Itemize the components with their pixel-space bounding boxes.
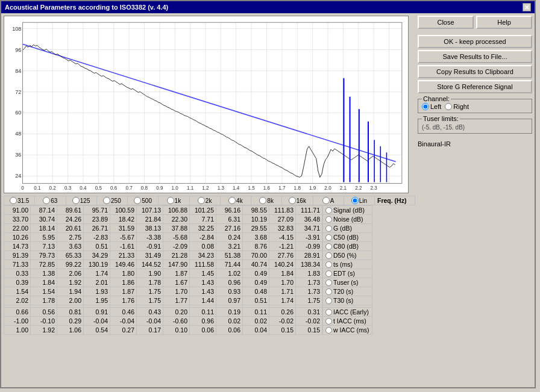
svg-text:48: 48 — [15, 131, 21, 137]
table-cell: 0.54 — [84, 326, 110, 335]
close-button[interactable]: Close — [418, 16, 474, 29]
freq-radio-500[interactable] — [134, 197, 141, 204]
param-radio[interactable] — [325, 318, 332, 325]
table-cell: 34.71 — [296, 224, 322, 233]
param-radio[interactable] — [325, 270, 332, 277]
table-cell: 0.51 — [84, 242, 110, 251]
freq-radio-63[interactable] — [43, 197, 50, 204]
window-close-button[interactable]: ✕ — [523, 3, 531, 11]
chart-area: 108 96 84 72 60 48 36 24 0 0.1 0.2 0.3 0… — [4, 16, 409, 193]
table-cell: 1.77 — [163, 296, 190, 305]
data-section: 31.5 63 125 250 500 — [4, 196, 415, 335]
freq-radio-2k[interactable] — [198, 197, 205, 204]
freq-radio-4k[interactable] — [228, 197, 236, 204]
param-radio[interactable] — [325, 288, 332, 295]
table-cell: 1.70 — [269, 278, 296, 287]
table-cell: 1.75 — [137, 296, 163, 305]
param-label-cell: C50 (dB) — [323, 233, 372, 242]
param-radio[interactable] — [325, 207, 332, 214]
table-cell: 0.33 — [4, 269, 31, 278]
freq-radio-8k[interactable] — [259, 197, 266, 204]
svg-text:0.7: 0.7 — [125, 185, 133, 191]
param-radio[interactable] — [325, 252, 332, 259]
table-cell: 1.92 — [57, 278, 84, 287]
channel-right-text: Right — [453, 103, 469, 110]
table-cell: 0.26 — [269, 308, 296, 317]
table-cell: 71.44 — [216, 260, 243, 269]
table-cell: 0.66 — [4, 308, 31, 317]
ok-keep-button[interactable]: OK - keep processed — [418, 35, 532, 48]
param-radio[interactable] — [325, 327, 332, 334]
table-cell: 0.49 — [243, 269, 269, 278]
freq-hz-header: Freq. (Hz) — [377, 197, 406, 204]
table-cell: 1.73 — [296, 278, 322, 287]
param-label-cell: Signal (dB) — [323, 206, 372, 215]
table-cell: 0.93 — [216, 287, 243, 296]
freq-radio-Lin[interactable] — [351, 197, 359, 204]
param-label-cell: w IACC (ms) — [323, 326, 372, 335]
channel-left-label: Left — [422, 103, 441, 110]
svg-text:2.2: 2.2 — [355, 185, 362, 191]
param-radio[interactable] — [325, 243, 332, 250]
param-radio[interactable] — [325, 225, 332, 232]
svg-text:108: 108 — [12, 26, 21, 32]
svg-text:2.0: 2.0 — [324, 185, 331, 191]
table-cell: 1.87 — [110, 287, 137, 296]
window-title: Acoustical Parameters according to ISO33… — [5, 4, 168, 11]
table-cell: 0.15 — [296, 326, 322, 335]
freq-label-2k: 2k — [206, 198, 212, 204]
table-cell: 32.83 — [269, 224, 296, 233]
table-cell: 0.06 — [216, 326, 243, 335]
table-cell: 33.70 — [4, 215, 31, 224]
table-cell: 0.15 — [269, 326, 296, 335]
svg-text:1.5: 1.5 — [248, 185, 255, 191]
table-cell: 1.45 — [190, 269, 216, 278]
table-cell: 20.61 — [57, 224, 84, 233]
freq-radio-31[interactable] — [10, 197, 17, 204]
table-cell: 28.91 — [296, 251, 322, 260]
channel-right-radio[interactable] — [445, 103, 452, 110]
table-cell: 1.43 — [190, 278, 216, 287]
table-cell: 100.59 — [110, 206, 137, 215]
table-cell: 0.19 — [216, 308, 243, 317]
table-cell: 65.33 — [57, 251, 84, 260]
param-radio[interactable] — [325, 234, 332, 241]
param-radio[interactable] — [325, 261, 332, 268]
chart-svg: 108 96 84 72 60 48 36 24 0 0.1 0.2 0.3 0… — [4, 16, 408, 193]
table-cell: 87.14 — [31, 206, 57, 215]
table-cell: 27.76 — [269, 251, 296, 260]
table-cell: -0.91 — [137, 242, 163, 251]
channel-right-label: Right — [445, 103, 469, 110]
table-cell: 1.75 — [137, 287, 163, 296]
table-cell: -4.15 — [269, 233, 296, 242]
table-cell: 89.61 — [57, 206, 84, 215]
tuser-group: Tuser limits: (-5. dB, -15. dB) — [418, 119, 532, 134]
freq-radio-1k[interactable] — [167, 197, 174, 204]
table-cell: 0.20 — [163, 308, 190, 317]
param-radio[interactable] — [325, 297, 332, 304]
param-label-cell: ts (ms) — [323, 260, 372, 269]
freq-radio-16k[interactable] — [289, 197, 296, 204]
table-cell: 3.21 — [216, 242, 243, 251]
table-cell: 23.89 — [84, 215, 110, 224]
param-radio[interactable] — [325, 216, 332, 223]
param-label-cell: G (dB) — [323, 224, 372, 233]
freq-label-500: 500 — [142, 198, 152, 204]
main-content: 108 96 84 72 60 48 36 24 0 0.1 0.2 0.3 0… — [1, 13, 535, 337]
data-table-area: 91.0087.1489.6195.71100.59107.13106.8810… — [4, 205, 415, 335]
table-cell: 111.71 — [296, 206, 322, 215]
freq-radio-A[interactable] — [322, 197, 330, 204]
channel-radio-row: Left Right — [422, 103, 528, 110]
freq-radio-250[interactable] — [103, 197, 110, 204]
param-radio[interactable] — [325, 279, 332, 286]
table-cell: -1.61 — [110, 242, 137, 251]
freq-radio-125[interactable] — [72, 197, 80, 204]
save-results-button[interactable]: Save Results to File... — [418, 50, 532, 63]
table-cell: 98.55 — [243, 206, 269, 215]
table-cell: 1.70 — [163, 287, 190, 296]
copy-results-button[interactable]: Copy Results to Clipboard — [418, 65, 532, 78]
help-button[interactable]: Help — [476, 16, 532, 29]
param-radio[interactable] — [325, 309, 332, 316]
store-ref-button[interactable]: Store G Reference Signal — [418, 80, 532, 93]
channel-left-radio[interactable] — [422, 103, 429, 110]
